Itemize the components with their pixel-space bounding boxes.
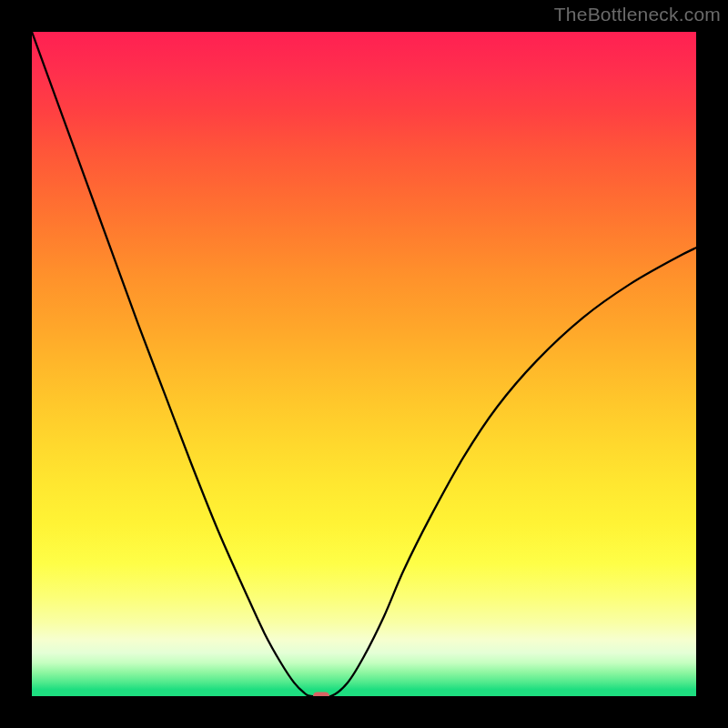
curve-path bbox=[32, 32, 696, 696]
bottleneck-curve bbox=[32, 32, 696, 696]
optimal-marker bbox=[313, 693, 329, 697]
watermark: TheBottleneck.com bbox=[554, 4, 721, 25]
plot-area bbox=[32, 32, 696, 696]
chart-frame: TheBottleneck.com bbox=[0, 0, 728, 728]
